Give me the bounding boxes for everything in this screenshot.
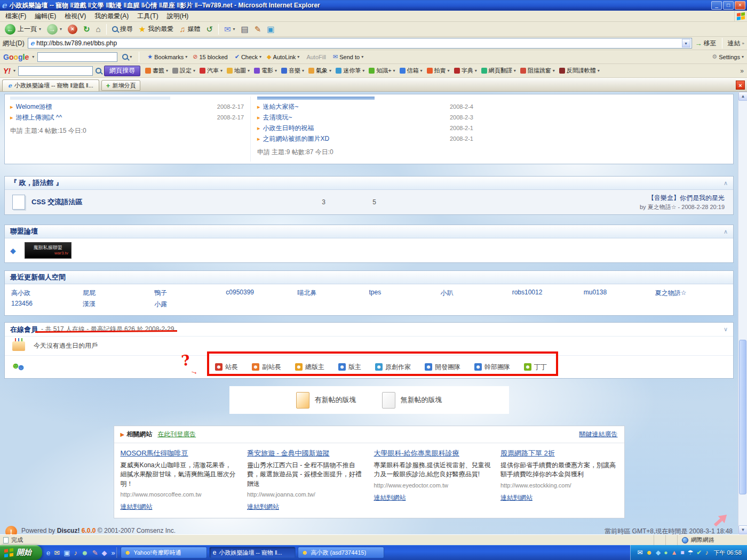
user-link[interactable]: tpes xyxy=(369,289,440,300)
yahoo-toolbar-button[interactable]: 知識+ ▾ xyxy=(367,67,397,75)
quick-launch-icon[interactable]: ♪ xyxy=(74,549,77,556)
yahoo-toolbar-button[interactable]: 書籤 ▾ xyxy=(143,67,170,75)
yahoo-toolbar-button[interactable]: 拍賣 ▾ xyxy=(425,67,452,75)
home-button[interactable]: ⌂ xyxy=(93,24,104,34)
start-button[interactable]: 開始 xyxy=(0,545,42,560)
ad-visit-link[interactable]: 連結到網站 xyxy=(121,502,153,511)
forward-button[interactable]: → ▾ xyxy=(44,23,65,36)
ad-visit-link[interactable]: 連結到網站 xyxy=(247,502,279,511)
quick-launch-icon[interactable]: ✎ xyxy=(92,549,98,556)
ad-title-link[interactable]: MOSOR馬仕得咖啡豆 xyxy=(121,449,238,459)
back-button[interactable]: ← 上一頁 ▾ xyxy=(2,23,44,36)
expand-icon[interactable]: ∨ xyxy=(724,326,728,333)
user-link[interactable]: 小趴 xyxy=(441,289,512,300)
user-link[interactable]: mu0138 xyxy=(584,289,655,300)
user-link[interactable]: 漢漢 xyxy=(83,300,154,311)
ad-visit-link[interactable]: 連結到網站 xyxy=(374,493,406,502)
vertical-scrollbar[interactable]: ▲ ▼ xyxy=(738,92,747,534)
user-link[interactable]: 123456 xyxy=(11,300,83,311)
address-dropdown-button[interactable]: ▾ xyxy=(682,39,690,47)
scrollbar-thumb[interactable] xyxy=(739,340,746,495)
favorites-button[interactable]: ★ 我的最愛 xyxy=(136,23,176,35)
tray-icon[interactable]: ◆ xyxy=(656,549,661,556)
yahoo-search-icon[interactable] xyxy=(96,68,101,74)
keyword-ads-link[interactable]: 關鍵連結廣告 xyxy=(579,430,618,439)
tray-icon[interactable]: ☂ xyxy=(688,549,694,556)
yahoo-toolbar-button[interactable]: 字典 ▾ xyxy=(452,67,479,75)
quick-launch-icon[interactable]: ▣ xyxy=(63,549,70,556)
google-toolbar-button[interactable]: ★ Bookmarks ▾ xyxy=(145,54,190,60)
thread-link[interactable]: Welome游標 xyxy=(16,102,217,111)
user-link[interactable]: 夏之物語☆ xyxy=(655,289,727,300)
yahoo-toolbar-button[interactable]: 音樂 ▾ xyxy=(279,67,306,75)
stop-button[interactable]: × xyxy=(65,23,80,35)
tabbar-close-button[interactable]: × xyxy=(736,81,745,90)
user-link[interactable]: robs10012 xyxy=(512,289,584,300)
go-button[interactable]: → 移至 xyxy=(695,39,717,48)
print-button[interactable]: ▤ xyxy=(239,24,251,34)
quick-launch-icon[interactable]: ◆ xyxy=(102,549,107,556)
google-search-input[interactable] xyxy=(37,52,117,62)
user-link[interactable]: c0950399 xyxy=(226,289,297,300)
yahoo-toolbar-button[interactable]: 迷你筆 ▾ xyxy=(333,67,367,75)
menu-item[interactable]: 檔案(F) xyxy=(1,11,30,22)
yahoo-toolbar-button[interactable]: 信箱 ▾ xyxy=(398,67,425,75)
forum-board-link[interactable]: CSS 交流語法區 xyxy=(31,197,298,207)
google-toolbar-button[interactable]: AutoFill xyxy=(302,54,330,60)
history-button[interactable]: ↺ xyxy=(203,24,216,34)
minimize-button[interactable]: _ xyxy=(711,1,722,10)
tab-forum[interactable]: e 小政娛樂論壇 -- 寵物 ‖遊戲 ‖... xyxy=(2,79,99,91)
user-link[interactable]: 屁屁 xyxy=(83,289,154,300)
yahoo-toolbar-button[interactable]: 反間諜軟體 ▾ xyxy=(557,67,602,75)
ad-title-link[interactable]: 大學眼科-給你專業眼科診療 xyxy=(374,449,491,459)
yahoo-toolbar-button[interactable]: 氣象 ▾ xyxy=(306,67,333,75)
edit-button[interactable]: ✎ xyxy=(252,24,264,34)
tray-icon[interactable]: ☻ xyxy=(646,549,653,556)
yahoo-logo-dropdown-icon[interactable]: ▾ xyxy=(13,68,15,73)
user-link[interactable]: 小露 xyxy=(154,300,226,311)
yahoo-overflow-button[interactable]: » xyxy=(740,67,744,75)
thread-link[interactable]: 游標上傳測試 ^^ xyxy=(16,113,217,122)
messenger-button[interactable]: ▣ xyxy=(264,24,277,34)
thread-link[interactable]: 送給大家搭~ xyxy=(263,102,450,111)
scroll-down-button[interactable]: ▼ xyxy=(738,525,747,534)
yahoo-toolbar-button[interactable]: 地圖 ▾ xyxy=(225,67,252,75)
yahoo-toolbar-button[interactable]: 網頁翻譯 ▾ xyxy=(479,67,518,75)
quick-launch-overflow-icon[interactable]: » xyxy=(112,549,115,556)
yahoo-web-search-button[interactable]: 網頁搜尋 xyxy=(104,66,140,76)
menu-item[interactable]: 工具(T) xyxy=(133,11,162,22)
thread-link[interactable]: 之前網站被抓的圖片XD xyxy=(263,134,450,143)
google-toolbar-button[interactable]: ◆ AutoLink ▾ xyxy=(264,54,302,60)
media-button[interactable]: ♫ 媒體 xyxy=(177,23,203,35)
tray-icon[interactable]: ● xyxy=(664,549,667,556)
refresh-button[interactable]: ↻ xyxy=(81,24,93,34)
thread-link[interactable]: 小政生日時的祝福 xyxy=(263,124,450,133)
menu-item[interactable]: 說明(H) xyxy=(163,11,193,22)
tray-icon[interactable]: ✔ xyxy=(696,549,702,556)
yahoo-toolbar-button[interactable]: 設定 ▾ xyxy=(170,67,197,75)
alliance-banner[interactable]: 魔獸私服聯盟 war3.tv xyxy=(25,242,71,259)
new-tab-button[interactable]: + 新增分頁 xyxy=(101,80,141,91)
yahoo-logo[interactable]: Y! xyxy=(3,67,11,75)
thread-link[interactable]: 去清境玩~ xyxy=(263,113,450,122)
google-logo-dropdown-icon[interactable]: ▾ xyxy=(32,54,34,59)
quick-launch-icon[interactable]: ☻ xyxy=(81,549,89,556)
mail-button[interactable]: ✉ ▾ xyxy=(221,24,238,34)
menu-item[interactable]: 編輯(E) xyxy=(30,11,60,22)
tray-icon[interactable]: ✉ xyxy=(637,549,642,556)
google-settings-button[interactable]: ⚙ Settings ▾ xyxy=(712,54,744,60)
menu-item[interactable]: 我的最愛(A) xyxy=(90,11,133,22)
taskbar-task-button[interactable]: ☻ 高小政 (asd7374415) xyxy=(298,547,384,558)
taskbar-task-button[interactable]: ☻ Yahoo!奇摩即時通 xyxy=(121,547,207,558)
quick-launch-icon[interactable]: e xyxy=(46,549,50,556)
yahoo-search-input[interactable] xyxy=(18,66,93,76)
yahoo-toolbar-button[interactable]: 阻擋跳窗 ▾ xyxy=(518,67,557,75)
google-toolbar-button[interactable]: ✉ Send to ▾ xyxy=(330,54,366,60)
maximize-button[interactable]: □ xyxy=(723,1,734,10)
address-input[interactable] xyxy=(36,39,679,47)
links-label[interactable]: 連結 » xyxy=(728,39,744,48)
google-toolbar-button[interactable]: ✔ Check ▾ xyxy=(232,54,264,60)
ad-title-link[interactable]: 股票網路下單 2折 xyxy=(500,449,618,459)
tray-icon[interactable]: ♪ xyxy=(705,549,708,556)
user-link[interactable]: 喵北鼻 xyxy=(297,289,369,300)
